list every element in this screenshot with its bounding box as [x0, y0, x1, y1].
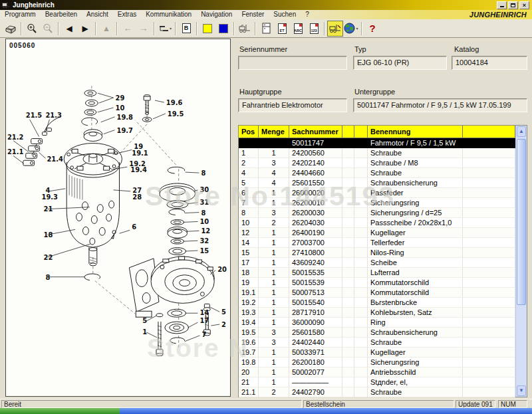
doc-abc-button[interactable]: ABC: [290, 21, 306, 37]
table-row[interactable]: 19.5325601580Schraubensicherung: [239, 328, 515, 338]
menu-item-bearbeiten[interactable]: Bearbeiten: [41, 10, 82, 19]
cell-menge: 1: [259, 188, 289, 198]
column-header-sachnummer[interactable]: Sachnummer: [289, 126, 342, 138]
cell-menge: 1: [259, 148, 289, 158]
menu-item-kommunikation[interactable]: Kommunikation: [141, 10, 196, 19]
table-row[interactable]: 19.7150033971Kugellager: [239, 348, 515, 358]
table-row[interactable]: 14127003700Tellerfeder: [239, 238, 515, 248]
help-button[interactable]: ?: [364, 21, 380, 37]
previous-button[interactable]: ←: [120, 21, 136, 37]
table-row[interactable]: 20150002077Antriebsschild: [239, 367, 515, 377]
column-header-benennung[interactable]: Benennung: [368, 126, 463, 138]
cell-ben: Kommutatorschild: [368, 278, 463, 288]
table-scrollbar[interactable]: ▲ ▼: [515, 126, 527, 397]
typ-field[interactable]: EJG 06-10 (PR): [353, 56, 447, 70]
seriennummer-field[interactable]: [238, 56, 347, 70]
column-header-blank3[interactable]: [342, 126, 354, 138]
table-row[interactable]: 2324202140Schraube / M8: [239, 158, 515, 168]
doc-123-button[interactable]: 123: [306, 21, 322, 37]
menu-item-ansicht[interactable]: Ansicht: [82, 10, 113, 19]
table-row[interactable]: 19.3128717910Kohlebьrsten, Satz: [239, 308, 515, 318]
up-button[interactable]: ▲: [98, 21, 114, 37]
column-header-menge[interactable]: Menge: [259, 126, 289, 138]
table-row[interactable]: 19150015539Kommutatorschild: [239, 278, 515, 288]
tree-view-button[interactable]: ▾: [157, 21, 173, 37]
table-row-selected[interactable]: 50011747Fahrmotor / F 9,5 / 1,5 kW: [239, 138, 515, 148]
cell-blank: [354, 288, 368, 298]
window-title: Jungheinrich: [13, 0, 497, 10]
diagram-panel[interactable]: 005060: [5, 39, 231, 397]
cell-blank: [463, 148, 515, 158]
menu-item-help[interactable]: ?: [301, 10, 314, 19]
bom-document-button[interactable]: B: [178, 21, 194, 37]
table-row[interactable]: 211—————Stдnder, el,: [239, 377, 515, 387]
table-row[interactable]: 6126000020Passfeder: [239, 188, 515, 198]
cell-sach: 50033971: [289, 348, 342, 358]
table-row[interactable]: 5425601550Schraubensicherung: [239, 178, 515, 188]
cell-blank: [354, 258, 368, 268]
table-row[interactable]: 19.2150015540Bьrstenbrьcke: [239, 298, 515, 308]
menu-item-programm[interactable]: Programm: [0, 10, 41, 19]
zoom-in-button[interactable]: [24, 21, 40, 37]
cell-blank: [354, 248, 368, 258]
table-row[interactable]: 19.1150007513Kommutatorschild: [239, 288, 515, 298]
column-header-blank4[interactable]: [354, 126, 368, 138]
table-row[interactable]: 19.8126200180Sicherungsring: [239, 358, 515, 367]
toolbar-separator: [154, 22, 155, 35]
table-row[interactable]: 15127410800Nilos-Ring: [239, 248, 515, 258]
column-header-blank6[interactable]: [463, 126, 515, 138]
katalog-field[interactable]: 10004184: [452, 56, 527, 70]
minimize-button[interactable]: [497, 1, 507, 9]
scroll-up-button[interactable]: ▲: [517, 126, 526, 137]
doc-et-button[interactable]: ET: [274, 21, 290, 37]
table-row[interactable]: 19.6324402440Schraube: [239, 338, 515, 348]
cell-ben: Antriebsschild: [368, 367, 463, 377]
menu-item-suchen[interactable]: Suchen: [269, 10, 301, 19]
truck-sketch-button[interactable]: [237, 21, 253, 37]
table-row[interactable]: 19.4136000090Ring: [239, 318, 515, 328]
zoom-out-button[interactable]: [40, 21, 56, 37]
table-row[interactable]: 12126400190Kugellager: [239, 228, 515, 238]
next-button[interactable]: →: [136, 21, 152, 37]
callout-leader-line: [98, 108, 114, 112]
cell-ben: Kugellager: [368, 348, 463, 358]
cell-menge: 4: [259, 168, 289, 178]
table-row[interactable]: 10226204030Passscheibe / 20x28x1,0: [239, 218, 515, 228]
table-row[interactable]: 7126200010Sicherungsring: [239, 198, 515, 208]
cell-pos: 19.2: [239, 298, 259, 308]
back-button[interactable]: ◀: [61, 21, 77, 37]
cell-pos: 6: [239, 188, 259, 198]
untergruppe-field[interactable]: 50011747 Fahrmotor / F 9,5 / 1,5 kW 17.0…: [353, 98, 527, 112]
column-header-pos[interactable]: Pos: [239, 126, 259, 138]
menu-item-extras[interactable]: Extras: [113, 10, 141, 19]
diagram-callout-19.7: 19.7: [117, 127, 134, 134]
menu-item-navigation[interactable]: Navigation: [196, 10, 237, 19]
callout-leader-line: [47, 244, 90, 257]
table-row[interactable]: 18150015535Lьfterrad: [239, 268, 515, 278]
table-row[interactable]: 8326200030Sicherungsring / d=25: [239, 208, 515, 218]
arrow-right-icon: →: [140, 23, 148, 33]
table-row[interactable]: 1124200560Schraube: [239, 148, 515, 158]
table-row[interactable]: 21.1224402790Schraube: [239, 387, 515, 397]
close-button[interactable]: ×: [519, 1, 529, 9]
cell-ben: Ring: [368, 318, 463, 328]
cell-pos: 4: [239, 168, 259, 178]
forward-button[interactable]: ▶: [77, 21, 93, 37]
cell-sach: 43609240: [289, 258, 342, 268]
cell-menge: 1: [259, 198, 289, 208]
marker-blue-button[interactable]: [215, 21, 231, 37]
hauptgruppe-field[interactable]: Fahrantrieb Elektromotor: [238, 98, 347, 112]
marker-yellow-button[interactable]: [200, 21, 215, 37]
cabinet-button[interactable]: [258, 21, 274, 37]
cell-menge: 2: [259, 387, 289, 397]
restore-button[interactable]: [508, 1, 518, 9]
print-button[interactable]: [3, 21, 19, 37]
parts-catalog-button[interactable]: [327, 21, 343, 37]
table-row[interactable]: 17143609240Scheibe: [239, 258, 515, 268]
cell-ben: Kohlebьrsten, Satz: [368, 308, 463, 318]
scroll-down-button[interactable]: ▼: [517, 385, 526, 396]
language-globe-button[interactable]: ▾: [343, 21, 359, 37]
menu-item-fenster[interactable]: Fenster: [237, 10, 269, 19]
table-row[interactable]: 4424404660Schraube: [239, 168, 515, 178]
scroll-thumb[interactable]: [517, 139, 526, 305]
